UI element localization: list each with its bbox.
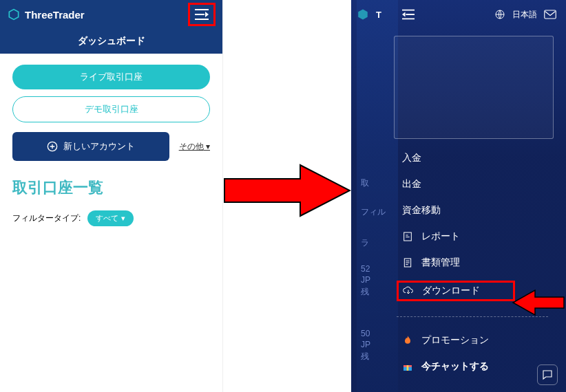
- new-account-button[interactable]: 新しいアカウント: [12, 132, 169, 161]
- menu-item-transfer[interactable]: 資金移動: [401, 202, 566, 219]
- bg-text: ラ: [361, 237, 369, 249]
- menu-item-withdraw[interactable]: 出金: [401, 176, 566, 193]
- bg-text: 残: [361, 286, 369, 298]
- report-icon: [402, 231, 413, 242]
- other-dropdown[interactable]: その他 ▾: [179, 141, 210, 153]
- menu-close-icon[interactable]: [401, 8, 416, 21]
- filter-chip-all[interactable]: すべて ▾: [87, 210, 134, 226]
- menu-item-report[interactable]: レポート: [401, 228, 566, 245]
- svg-rect-2: [545, 10, 556, 19]
- filter-label: フィルタータイプ:: [12, 213, 81, 224]
- bg-text: 52: [361, 264, 370, 274]
- globe-icon: [494, 9, 505, 20]
- menu-open-button[interactable]: [188, 3, 216, 26]
- menu-item-download[interactable]: ダウンロード: [397, 281, 515, 301]
- plus-circle-icon: [47, 141, 58, 152]
- bg-text: 残: [361, 351, 369, 362]
- gift-icon: [402, 361, 413, 372]
- demo-account-button[interactable]: デモ取引口座: [12, 96, 210, 122]
- bg-text: JP: [361, 340, 370, 349]
- user-info-box: [394, 36, 554, 139]
- filter-row: フィルタータイプ: すべて ▾: [12, 210, 210, 226]
- bg-text: 50: [361, 329, 370, 338]
- live-account-button[interactable]: ライブ取引口座: [12, 65, 210, 89]
- menu-header: T 日本語: [351, 0, 566, 29]
- cube-icon: [357, 8, 369, 21]
- brand-logo: ThreeTrader: [7, 8, 85, 21]
- menu-item-deposit[interactable]: 入金: [401, 150, 566, 166]
- svg-rect-3: [404, 232, 412, 241]
- bg-text: フィル: [361, 206, 386, 218]
- accounts-heading: 取引口座一覧: [12, 177, 210, 198]
- side-menu-screen: 取 フィル ラ 52 JP 残 50 JP 残 T 日本語: [351, 0, 566, 392]
- mail-icon[interactable]: [544, 10, 556, 19]
- page-title: ダッシュボード: [0, 29, 222, 54]
- flame-icon: [402, 335, 413, 346]
- bg-text: JP: [361, 275, 370, 285]
- menu-item-promotion[interactable]: プロモーション: [401, 332, 566, 349]
- menu-separator: [397, 316, 548, 317]
- download-cloud-icon: [403, 285, 414, 296]
- dashboard-screen: ThreeTrader ダッシュボード ライブ取引口座 デモ取引口座 新しいアカ…: [0, 0, 223, 392]
- menu-collapse-icon: [193, 8, 210, 21]
- language-selector[interactable]: 日本語: [512, 9, 537, 21]
- red-arrow-small-icon: [512, 289, 565, 316]
- cube-icon: [7, 8, 21, 21]
- red-arrow-large-icon: [223, 164, 351, 217]
- bg-text: 取: [361, 177, 369, 189]
- svg-rect-7: [407, 365, 409, 371]
- chat-icon: [541, 369, 554, 381]
- side-menu: 入金 出金 資金移動 レポート 書類管理 ダウンロード プロモーション: [401, 150, 566, 375]
- brand-partial: T: [376, 10, 381, 20]
- header-bar: ThreeTrader: [0, 0, 222, 29]
- chat-bubble-button[interactable]: [537, 364, 558, 385]
- document-icon: [402, 257, 413, 268]
- menu-item-documents[interactable]: 書類管理: [401, 254, 566, 271]
